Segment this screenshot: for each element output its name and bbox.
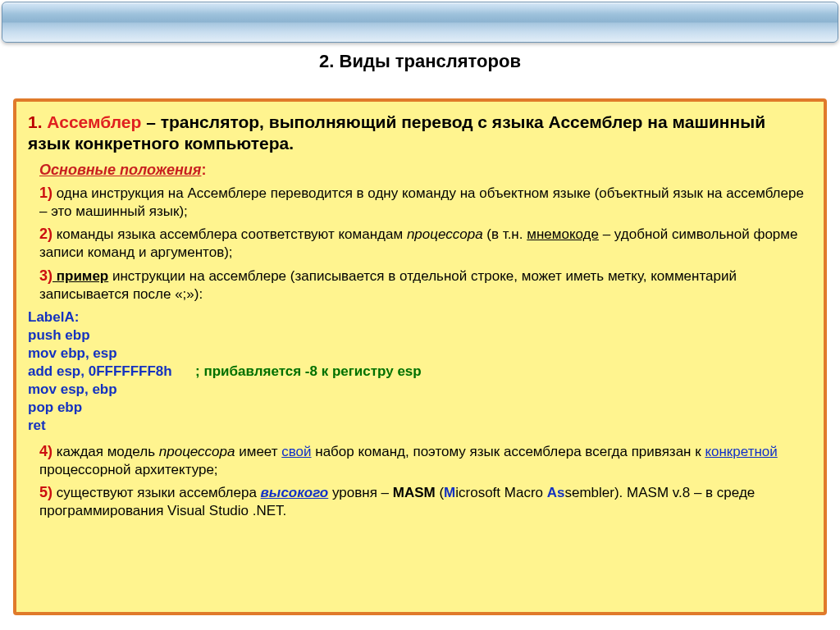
item-5-pre: существуют языки ассемблера bbox=[52, 485, 261, 500]
code-l2: push ebp bbox=[28, 327, 90, 343]
section-title: 2. Виды трансляторов bbox=[0, 51, 840, 72]
item-3-num: 3) bbox=[39, 267, 52, 284]
code-l3: mov ebp, esp bbox=[28, 345, 117, 361]
item-5-icrosoft: icrosoft Macro bbox=[455, 485, 546, 500]
subheading-row: Основные положения: bbox=[28, 162, 809, 179]
item-4-post: процессорной архитектуре; bbox=[39, 462, 218, 477]
item-1-text: одна инструкция на Ассемблере переводитс… bbox=[39, 185, 804, 219]
code-l1: LabelA: bbox=[28, 309, 79, 325]
code-l5: mov esp, ebp bbox=[28, 381, 117, 397]
item-5-M: M bbox=[444, 485, 455, 500]
item-1: 1) одна инструкция на Ассемблере перевод… bbox=[39, 184, 806, 221]
item-4-mid1: имеет bbox=[235, 444, 281, 459]
slide-page: 2. Виды трансляторов 1. Ассемблер – тран… bbox=[0, 0, 840, 630]
code-l6: pop ebp bbox=[28, 399, 82, 415]
lead-term: Ассемблер bbox=[47, 112, 141, 131]
item-3-rest: инструкции на ассемблере (записывается в… bbox=[39, 268, 737, 302]
item-2-mid: (в т.н. bbox=[483, 226, 527, 242]
item-4-num: 4) bbox=[39, 443, 52, 459]
code-block: LabelA: push ebp mov ebp, esp add esp, 0… bbox=[28, 308, 809, 436]
item-5: 5) существуют языки ассемблера высокого … bbox=[39, 483, 806, 520]
item-4: 4) каждая модель процессора имеет свой н… bbox=[39, 442, 806, 479]
item-3-primer: пример bbox=[52, 268, 108, 284]
item-5-mid1: уровня – bbox=[328, 485, 392, 500]
code-l7: ret bbox=[28, 418, 46, 433]
item-2: 2) команды языка ассемблера соответствую… bbox=[39, 225, 806, 262]
content-box: 1. Ассемблер – транслятор, выполняющий п… bbox=[13, 98, 827, 615]
item-2-under: мнемокоде bbox=[527, 226, 599, 242]
code-l4a: add esp, 0FFFFFFF8h bbox=[28, 363, 172, 379]
item-2-pre: команды языка ассемблера соответствуют к… bbox=[52, 226, 407, 242]
item-3: 3) пример инструкции на ассемблере (запи… bbox=[39, 267, 806, 304]
subheading: Основные положения bbox=[39, 162, 201, 178]
code-l4b: ; прибавляется -8 к регистру esp bbox=[172, 363, 422, 379]
item-4-link1: свой bbox=[281, 444, 311, 459]
subheading-colon: : bbox=[201, 162, 206, 178]
item-4-pre: каждая модель bbox=[52, 444, 159, 459]
item-5-As: As bbox=[547, 485, 565, 500]
item-5-emu: высокого bbox=[261, 485, 329, 500]
item-5-open: ( bbox=[436, 485, 444, 500]
item-5-num: 5) bbox=[39, 484, 52, 500]
item-4-link2: конкретной bbox=[705, 444, 777, 459]
item-5-sem: sem bbox=[564, 485, 591, 500]
item-5-masm: MASM bbox=[393, 485, 436, 500]
item-4-mid2: набор команд, поэтому язык ассемблера вс… bbox=[312, 444, 705, 459]
item-2-num: 2) bbox=[39, 226, 52, 242]
item-1-num: 1) bbox=[39, 185, 52, 201]
title-bar bbox=[2, 2, 838, 43]
lead-paragraph: 1. Ассемблер – транслятор, выполняющий п… bbox=[28, 112, 809, 155]
lead-number: 1. bbox=[28, 112, 47, 131]
item-2-em: процессора bbox=[407, 226, 483, 242]
item-4-em: процессора bbox=[159, 444, 235, 459]
